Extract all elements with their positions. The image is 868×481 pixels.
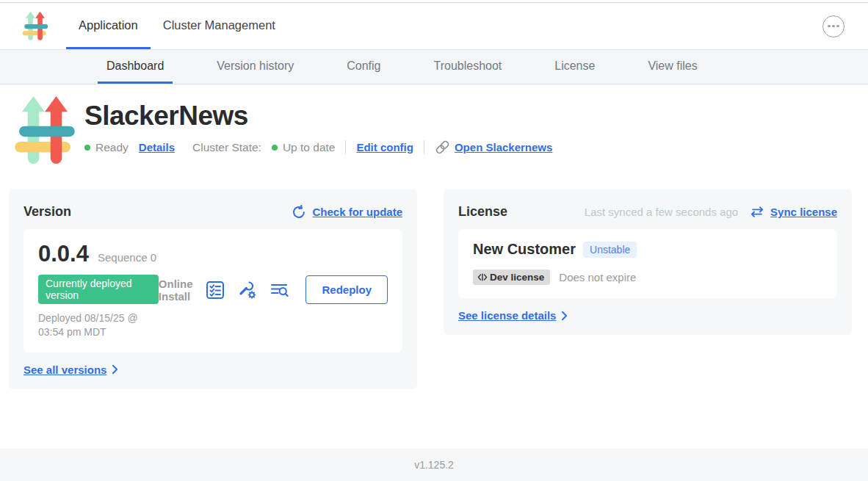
version-number: 0.0.4 [38, 241, 89, 267]
redeploy-button[interactable]: Redeploy [305, 275, 388, 304]
license-expiration: Does not expire [559, 271, 636, 283]
dashboard-cards: Version Check for update 0.0.4 Seque [0, 189, 868, 389]
ellipsis-icon [836, 25, 839, 28]
tab-cluster-management[interactable]: Cluster Management [151, 3, 288, 49]
app-header: Application Cluster Management [0, 3, 868, 49]
more-menu-button[interactable] [822, 15, 845, 37]
chevron-right-icon [561, 311, 568, 321]
divider [345, 140, 346, 154]
tab-cluster-management-label: Cluster Management [163, 18, 275, 32]
check-for-update-link[interactable]: Check for update [312, 206, 402, 218]
cluster-state-label: Cluster State: [192, 141, 261, 154]
subtab-license-label: License [554, 59, 595, 73]
subtab-view-files-label: View files [648, 59, 697, 73]
license-card-title: License [458, 204, 507, 220]
console-version: v1.125.2 [414, 459, 454, 471]
see-license-details-link[interactable]: See license details [458, 309, 556, 322]
sync-license-link[interactable]: Sync license [770, 206, 837, 218]
version-sequence: Sequence 0 [98, 251, 156, 264]
subtab-version-history[interactable]: Version history [208, 50, 303, 84]
chevron-right-icon [112, 364, 118, 375]
version-card-title: Version [23, 204, 71, 220]
license-card: License Last synced a few seconds ago Sy… [444, 189, 852, 335]
primary-nav: Application Cluster Management [66, 3, 288, 49]
details-link[interactable]: Details [139, 141, 175, 153]
subtab-config-label: Config [347, 59, 380, 73]
install-type-line1: Online [159, 278, 193, 290]
subtab-license[interactable]: License [546, 50, 604, 84]
license-panel: New Customer Unstable Dev license [458, 229, 837, 298]
divider [424, 140, 424, 154]
ellipsis-icon [828, 25, 831, 28]
app-status-text: Ready [95, 141, 129, 154]
refresh-icon [292, 205, 306, 220]
subtab-version-history-label: Version history [217, 59, 294, 73]
subtab-dashboard[interactable]: Dashboard [98, 50, 173, 84]
last-synced-text: Last synced a few seconds ago [585, 206, 738, 218]
dev-license-badge-label: Dev license [490, 272, 544, 283]
currently-deployed-badge: Currently deployed version [38, 275, 159, 304]
code-icon [477, 272, 488, 282]
app-logo-small [22, 3, 48, 49]
app-logo-large-icon [15, 95, 75, 166]
deploy-logs-icon[interactable] [270, 281, 289, 299]
subtab-config[interactable]: Config [338, 50, 389, 84]
version-info: 0.0.4 Sequence 0 Currently deployed vers… [38, 241, 159, 339]
see-all-versions-link[interactable]: See all versions [23, 364, 106, 376]
tab-application-label: Application [79, 18, 138, 32]
edit-config-icon[interactable] [238, 281, 257, 300]
install-type-line2: Install [159, 290, 193, 303]
console-footer: v1.125.2 [0, 449, 868, 481]
install-type-label: Online Install [159, 278, 193, 303]
tab-application[interactable]: Application [66, 3, 151, 49]
app-title: SlackerNews [84, 101, 552, 131]
subtab-troubleshoot[interactable]: Troubleshoot [424, 50, 510, 84]
version-card: Version Check for update 0.0.4 Seque [9, 189, 417, 389]
subtab-troubleshoot-label: Troubleshoot [433, 59, 502, 73]
app-status-dot [84, 145, 90, 151]
edit-config-link[interactable]: Edit config [356, 141, 413, 153]
cluster-state-text: Up to date [283, 141, 336, 154]
app-hero: SlackerNews Ready Details Cluster State:… [0, 84, 868, 189]
app-subnav: Dashboard Version history Config Trouble… [0, 49, 868, 84]
open-app-link[interactable]: Open Slackernews [455, 141, 552, 153]
ellipsis-icon [832, 25, 835, 28]
subtab-dashboard-label: Dashboard [106, 59, 164, 73]
preflight-checks-icon[interactable] [206, 281, 225, 300]
customer-name: New Customer [473, 241, 576, 258]
admin-console-page: Application Cluster Management Dashboard… [0, 0, 868, 481]
channel-badge: Unstable [583, 242, 637, 258]
subtab-view-files[interactable]: View files [639, 50, 706, 84]
app-logo-icon [22, 11, 48, 41]
current-version-panel: 0.0.4 Sequence 0 Currently deployed vers… [23, 229, 402, 352]
dev-license-badge: Dev license [473, 270, 550, 285]
app-status-row: Ready Details Cluster State: Up to date … [84, 140, 552, 154]
chain-link-icon [435, 140, 450, 154]
version-actions: Online Install [159, 275, 388, 304]
sync-icon [750, 206, 764, 218]
cluster-state-dot [272, 145, 278, 151]
deployed-timestamp: Deployed 08/15/25 @ 03:54 pm MDT [38, 311, 159, 339]
